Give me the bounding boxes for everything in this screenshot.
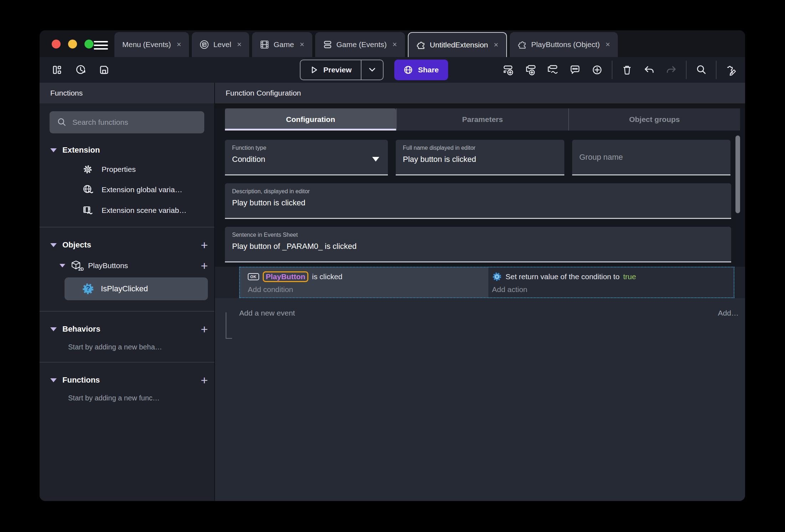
tab-untitled-extension[interactable]: UntitledExtension × (408, 32, 507, 57)
tab-label: Menu (Events) (122, 40, 171, 49)
scene-icon (200, 40, 209, 49)
play-icon (310, 66, 318, 74)
save-button[interactable] (97, 62, 112, 77)
condition-object-name[interactable]: PlayButton (263, 271, 309, 282)
tab-game[interactable]: Game × (252, 32, 312, 57)
tab-parameters[interactable]: Parameters (396, 108, 568, 131)
divider (40, 362, 214, 363)
add-special-event-button[interactable] (545, 62, 560, 77)
search-icon (696, 64, 707, 76)
add-comment-button[interactable] (568, 62, 583, 77)
add-behavior-button[interactable]: + (201, 324, 208, 334)
chevron-down-icon (50, 327, 57, 331)
field-label: Description, displayed in editor (232, 188, 724, 195)
sentence-input[interactable] (232, 242, 724, 251)
tab-menu-events[interactable]: Menu (Events) × (114, 32, 189, 57)
delete-button[interactable] (620, 62, 635, 77)
share-button[interactable]: Share (394, 60, 448, 80)
event-tree-connector (226, 312, 232, 339)
add-subevent-icon (525, 64, 537, 76)
section-extension[interactable]: Extension (50, 145, 208, 155)
action-row[interactable]: Set return value of the condition to tru… (492, 270, 734, 283)
tab-configuration[interactable]: Configuration (225, 108, 396, 131)
close-icon[interactable]: × (300, 40, 304, 49)
close-window-button[interactable] (52, 40, 61, 48)
home-layout-button[interactable] (50, 62, 65, 77)
minimize-window-button[interactable] (68, 40, 77, 48)
tab-game-events[interactable]: Game (Events) × (315, 32, 405, 57)
description-field[interactable]: Description, displayed in editor (225, 183, 731, 219)
preview-button[interactable]: Preview (300, 60, 384, 80)
configuration-form: Function type Condition Full name displa… (215, 131, 745, 262)
close-icon[interactable]: × (494, 40, 498, 50)
section-behaviors[interactable]: Behaviors + (50, 324, 208, 334)
redo-button[interactable] (664, 62, 679, 77)
condition-row[interactable]: OK PlayButton is clicked (248, 270, 488, 283)
add-more-button[interactable]: Add… (718, 309, 739, 317)
add-new-event-button[interactable]: Add a new event (239, 309, 295, 317)
object-playbuttons-row[interactable]: 2D PlayButtons + (60, 260, 208, 272)
add-action-button[interactable]: Add action (492, 285, 734, 294)
description-input[interactable] (232, 198, 724, 208)
edit-extension-button[interactable] (724, 62, 739, 77)
full-name-field[interactable]: Full name displayed in editor (396, 140, 564, 175)
search-functions-box[interactable] (50, 111, 204, 133)
close-icon[interactable]: × (177, 40, 181, 49)
main-menu-icon[interactable] (94, 41, 108, 50)
sentence-field[interactable]: Sentence in Events Sheet (225, 227, 731, 262)
conditions-column[interactable]: OK PlayButton is clicked Add condition (240, 267, 488, 297)
globe-icon (404, 65, 413, 75)
puzzle-icon (518, 40, 527, 49)
section-functions[interactable]: Functions + (50, 375, 208, 385)
add-object-button[interactable]: + (201, 240, 208, 250)
preview-label: Preview (323, 66, 352, 74)
undo-button[interactable] (642, 62, 657, 77)
divider (40, 311, 214, 312)
actions-column[interactable]: Set return value of the condition to tru… (488, 267, 734, 297)
add-function-button[interactable]: + (201, 375, 208, 385)
section-objects[interactable]: Objects + (50, 240, 208, 250)
sidebar-item-properties[interactable]: Properties (82, 164, 214, 175)
sidebar-item-extension-scene-variables[interactable]: Extension scene variab… (82, 205, 214, 216)
redo-icon (665, 64, 677, 76)
object-label: PlayButtons (88, 261, 196, 270)
screen-background: Menu (Events) × Level × Game × (0, 0, 785, 532)
tab-object-groups[interactable]: Object groups (568, 108, 740, 131)
search-input[interactable] (72, 118, 197, 127)
close-icon[interactable]: × (606, 40, 610, 49)
button-object-icon: OK (248, 273, 259, 280)
tab-playbuttons-object[interactable]: PlayButtons (Object) × (510, 32, 618, 57)
group-name-input[interactable] (579, 153, 723, 162)
form-scrollbar[interactable] (735, 135, 740, 213)
history-button[interactable] (73, 62, 88, 77)
share-label: Share (418, 66, 438, 74)
add-event-button[interactable] (501, 62, 516, 77)
window-controls (52, 40, 93, 48)
preview-options-button[interactable] (361, 67, 383, 72)
sidebar-item-extension-global-variables[interactable]: Extension global varia… (82, 184, 214, 195)
function-type-select[interactable]: Function type Condition (225, 140, 388, 175)
history-icon (75, 64, 87, 76)
close-icon[interactable]: × (392, 40, 397, 49)
action-value[interactable]: true (623, 272, 636, 281)
selected-event[interactable]: OK PlayButton is clicked Add condition (239, 267, 734, 298)
comment-icon (569, 64, 581, 76)
functions-sidebar: Functions Extension (40, 83, 215, 501)
search-events-button[interactable] (694, 62, 709, 77)
add-condition-button[interactable]: Add condition (248, 285, 488, 294)
add-object-function-button[interactable]: + (201, 260, 208, 271)
zoom-window-button[interactable] (84, 40, 93, 48)
add-special-event-icon (547, 64, 559, 76)
full-name-input[interactable] (403, 155, 557, 164)
editor-tabs: Menu (Events) × Level × Game × (114, 32, 618, 57)
dropdown-arrow-icon (372, 157, 379, 162)
add-event-row: Add a new event Add… (239, 309, 739, 317)
configuration-tabs: Configuration Parameters Object groups (225, 108, 740, 131)
group-name-field[interactable] (572, 140, 730, 175)
add-subevent-button[interactable] (523, 62, 538, 77)
extension-edit-icon (725, 63, 738, 76)
tab-level[interactable]: Level × (192, 32, 249, 57)
function-isplayclicked-selected[interactable]: ? IsPlayClicked (65, 277, 208, 300)
close-icon[interactable]: × (237, 40, 242, 49)
add-other-button[interactable] (590, 62, 605, 77)
